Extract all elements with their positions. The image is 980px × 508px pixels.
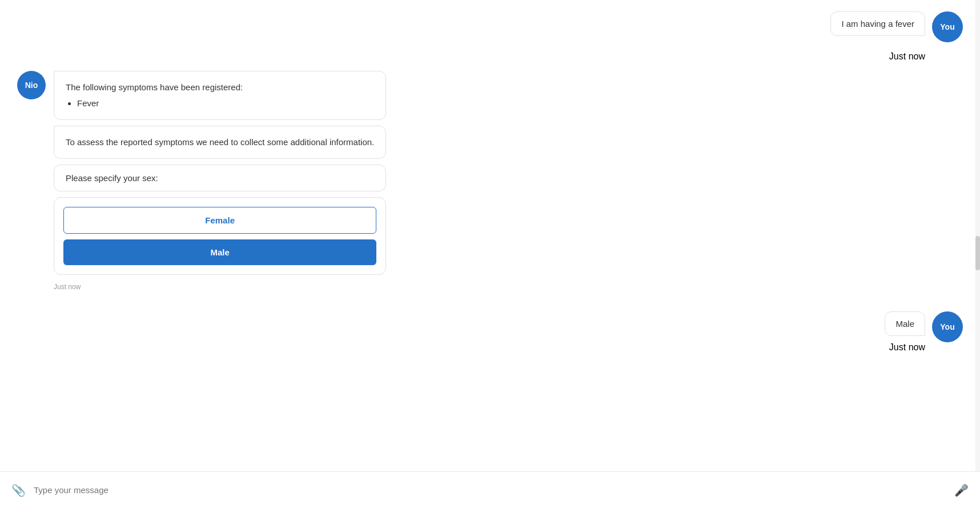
user-message-row-1: I am having a fever You [17, 11, 963, 42]
bot-symptoms-bubble: The following symptoms have been registe… [54, 71, 386, 120]
input-area: 📎 🎤 [0, 471, 980, 508]
additional-info-text: To assess the reported symptoms we need … [66, 137, 374, 147]
symptoms-list: Fever [77, 97, 374, 110]
scrollbar-thumb [975, 236, 980, 270]
microphone-icon[interactable]: 🎤 [954, 483, 969, 497]
sex-question-text: Please specify your sex: [66, 173, 158, 183]
page-scrollbar[interactable] [975, 0, 980, 471]
user-message-row-2: Male You [17, 311, 963, 342]
user-bubble-2: Male [885, 311, 925, 336]
user-avatar-1: You [932, 11, 963, 42]
bot-timestamp: Just now [54, 283, 386, 291]
user-message-text-2: Male [895, 319, 914, 329]
message-input[interactable] [34, 485, 946, 495]
chat-container: I am having a fever You Just now Nio The… [0, 0, 980, 471]
symptom-fever: Fever [77, 97, 374, 110]
user-message-content-2: Male [885, 311, 925, 336]
user-bubble-1: I am having a fever [830, 11, 925, 36]
bot-additional-info-bubble: To assess the reported symptoms we need … [54, 126, 386, 159]
user-message-text-1: I am having a fever [841, 19, 914, 29]
female-button[interactable]: Female [63, 207, 376, 234]
attachment-icon[interactable]: 📎 [11, 483, 26, 497]
user-timestamp-2: Just now [17, 342, 925, 353]
sex-buttons-bubble: Female Male [54, 197, 386, 275]
bot-message-row: Nio The following symptoms have been reg… [17, 71, 963, 291]
sex-question-bubble: Please specify your sex: [54, 165, 386, 191]
bot-messages-stack: The following symptoms have been registe… [54, 71, 386, 291]
symptoms-header: The following symptoms have been registe… [66, 82, 243, 92]
male-button[interactable]: Male [63, 239, 376, 265]
user-avatar-2: You [932, 311, 963, 342]
user-message-content-1: I am having a fever [830, 11, 925, 36]
user-message-row-2-wrapper: Male You Just now [17, 311, 963, 353]
user-timestamp-1: Just now [17, 51, 925, 62]
bot-avatar: Nio [17, 71, 46, 99]
